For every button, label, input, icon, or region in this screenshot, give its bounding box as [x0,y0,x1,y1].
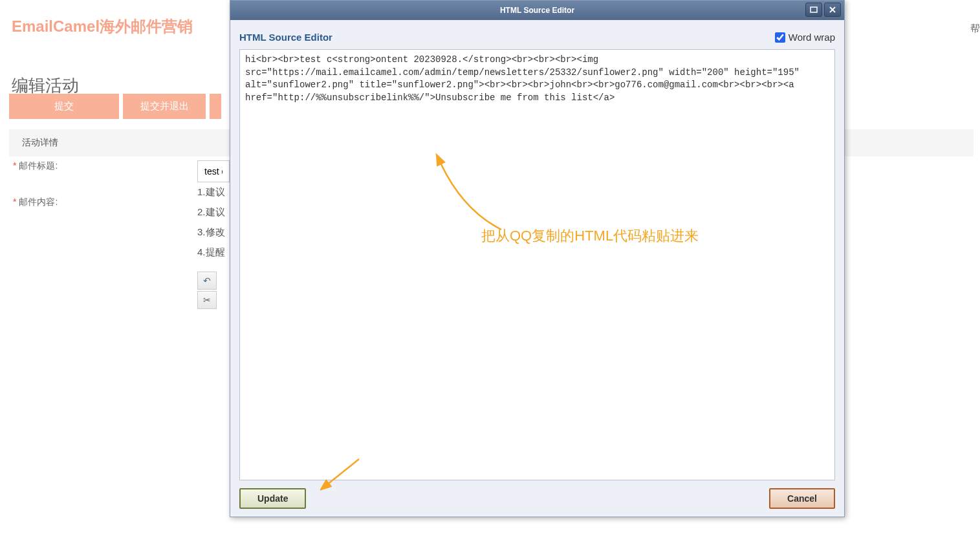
close-icon[interactable] [824,3,841,17]
help-link[interactable]: 帮 [970,23,980,35]
maximize-icon[interactable] [805,3,822,17]
tip-2: 2.建议 [197,206,225,219]
mail-content-label: *邮件内容: [13,197,58,208]
form-labels: *邮件标题: *邮件内容: [13,160,58,221]
html-source-textarea[interactable] [239,49,835,480]
submit-exit-button[interactable]: 提交并退出 [123,94,206,119]
tip-3: 3.修改 [197,226,225,239]
action-button-row: 提交 提交并退出 [9,94,221,119]
html-source-editor-dialog: HTML Source Editor HTML Source Editor Wo… [230,0,845,517]
cancel-button[interactable]: Cancel [769,488,835,509]
mail-title-label: *邮件标题: [13,160,58,172]
wordwrap-text: Word wrap [789,32,835,43]
wordwrap-checkbox-label[interactable]: Word wrap [775,32,835,43]
tip-4: 4.提醒 [197,246,225,259]
cut-icon[interactable]: ✂ [197,291,217,309]
dialog-title: HTML Source Editor [500,6,574,15]
tip-1: 1.建议 [197,186,225,198]
app-logo: EmailCamel海外邮件营销 [12,16,193,37]
update-button[interactable]: Update [239,488,306,509]
wordwrap-checkbox[interactable] [775,32,785,43]
dialog-subtitle: HTML Source Editor [239,32,332,43]
svg-rect-0 [811,7,817,12]
submit-button[interactable]: 提交 [9,94,119,119]
third-button-fragment[interactable] [210,94,221,119]
content-tips-list: 1.建议 2.建议 3.修改 4.提醒 [197,186,225,266]
dialog-titlebar[interactable]: HTML Source Editor [230,1,844,20]
editor-toolbar: ↶ ✂ [197,272,217,310]
mail-title-input[interactable] [197,160,230,182]
undo-icon[interactable]: ↶ [197,272,217,290]
